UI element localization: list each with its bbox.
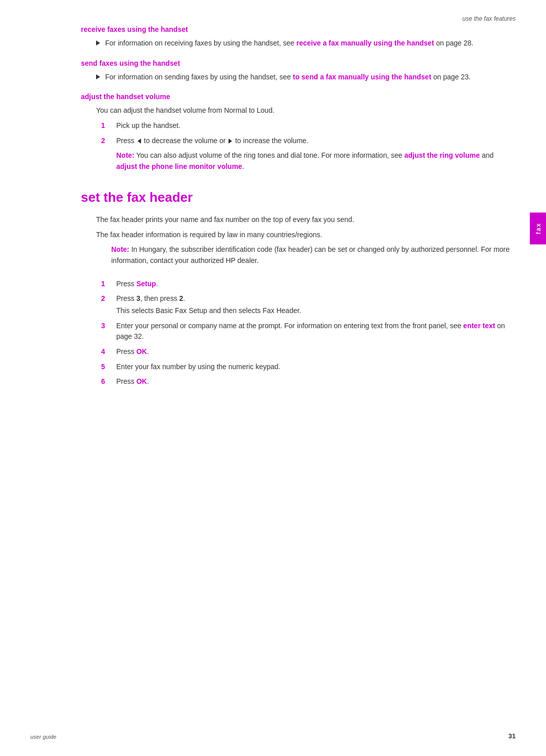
bottom-left-label: user guide [30,733,56,741]
adjust-ring-volume-link[interactable]: adjust the ring volume [404,151,480,159]
fax-header-para2: The fax header information is required b… [96,230,516,241]
receive-faxes-link[interactable]: receive a fax manually using the handset [296,39,434,47]
left-arrow-icon [138,139,141,144]
fax-header-step-3-text: Enter your personal or company name at t… [116,321,516,342]
fax-header-step-4: 4 Press OK. [101,346,516,358]
adjust-volume-steps: 1 Pick up the handset. 2 Press to decrea… [101,120,516,172]
fax-header-step-6-text: Press OK. [116,376,149,387]
adjust-volume-note: Note: You can also adjust volume of the … [116,150,516,172]
note-label-1: Note: [116,151,134,159]
bullet-arrow-icon [96,40,100,46]
step-number-2: 2 [101,136,116,146]
adjust-step-1-text: Pick up the handset. [116,120,180,131]
fax-header-step-2-sub: This selects Basic Fax Setup and then se… [116,305,301,317]
receive-faxes-heading: receive faxes using the handset [81,24,516,35]
fax-header-step-2-text: Press 3, then press 2. This selects Basi… [116,293,301,316]
page-number: 31 [509,731,516,741]
right-arrow-icon [229,139,232,144]
send-faxes-pre-text: For information on sending faxes by usin… [105,73,293,81]
adjust-volume-heading: adjust the handset volume [81,92,516,102]
receive-faxes-bullet-text: For information on receiving faxes by us… [105,38,473,49]
fax-header-step-number-3: 3 [101,321,116,331]
side-tab: fax [530,212,546,244]
adjust-step-2: 2 Press to decrease the volume or to inc… [101,136,516,147]
fax-header-step-number-1: 1 [101,279,116,289]
adjust-step-2-text: Press to decrease the volume or to incre… [116,136,308,147]
adjust-volume-content: You can adjust the handset volume from N… [96,105,516,172]
adjust-phone-line-link[interactable]: adjust the phone line monitor volume [116,162,242,170]
top-right-label: use the fax features [463,14,516,23]
fax-header-steps: 1 Press Setup. 2 Press 3, then press 2. … [101,279,516,388]
send-faxes-bullet-text: For information on sending faxes by usin… [105,72,471,83]
send-faxes-link[interactable]: to send a fax manually using the handset [293,73,431,81]
step-number-1: 1 [101,120,116,131]
fax-header-step-5: 5 Enter your fax number by using the num… [101,362,516,373]
ok-link-2[interactable]: OK [136,377,147,385]
adjust-note-text: Note: You can also adjust volume of the … [116,151,493,170]
page-container: use the fax features fax user guide 31 r… [0,0,546,756]
fax-header-para1: The fax header prints your name and fax … [96,214,516,226]
section-receive-faxes: receive faxes using the handset For info… [81,24,516,49]
fax-header-step-number-6: 6 [101,376,116,387]
fax-header-step-4-text: Press OK. [116,346,149,358]
setup-link[interactable]: Setup [136,280,156,288]
send-faxes-bullet: For information on sending faxes by usin… [96,72,516,83]
adjust-volume-intro: You can adjust the handset volume from N… [96,105,516,116]
fax-header-note: Note: In Hungary, the subscriber identif… [111,244,516,266]
fax-header-note-text: Note: In Hungary, the subscriber identif… [111,245,510,264]
section-adjust-volume: adjust the handset volume You can adjust… [81,92,516,172]
fax-header-step-1-text: Press Setup. [116,279,158,290]
fax-header-step-2: 2 Press 3, then press 2. This selects Ba… [101,293,516,316]
fax-header-step-6: 6 Press OK. [101,376,516,387]
section-set-fax-header: set the fax header The fax header prints… [81,188,516,387]
fax-header-step-1: 1 Press Setup. [101,279,516,290]
enter-text-link[interactable]: enter text [463,322,495,330]
set-fax-header-heading: set the fax header [81,188,516,207]
receive-faxes-pre-text: For information on receiving faxes by us… [105,39,296,47]
send-faxes-post-text: on page 23. [431,73,471,81]
section-send-faxes: send faxes using the handset For informa… [81,58,516,83]
receive-faxes-bullet: For information on receiving faxes by us… [96,38,516,49]
fax-header-step-number-4: 4 [101,346,116,357]
fax-header-step-number-2: 2 [101,293,116,304]
bullet-arrow-icon-2 [96,74,100,79]
receive-faxes-post-text: on page 28. [434,39,474,47]
fax-header-step-5-text: Enter your fax number by using the numer… [116,362,281,373]
fax-header-step-number-5: 5 [101,362,116,372]
fax-header-step-3: 3 Enter your personal or company name at… [101,321,516,342]
set-fax-header-content: The fax header prints your name and fax … [96,214,516,387]
ok-link-1[interactable]: OK [136,347,147,355]
note-label-2: Note: [111,245,129,253]
send-faxes-heading: send faxes using the handset [81,58,516,69]
adjust-step-1: 1 Pick up the handset. [101,120,516,131]
